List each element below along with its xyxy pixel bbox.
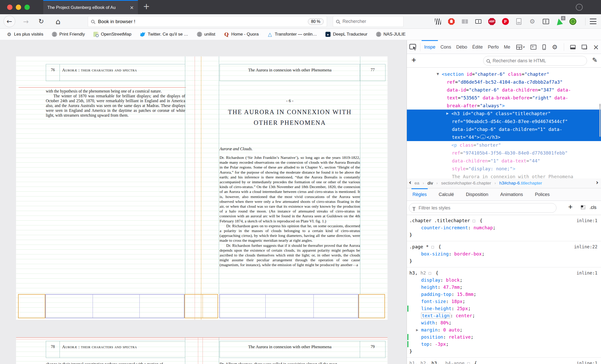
add-node-button[interactable]: + (411, 55, 416, 65)
rule-selector[interactable]: h3, h2 {inline:1 (407, 269, 601, 277)
breadcrumb-item[interactable]: ea (414, 181, 419, 186)
sidebar-extension-icon[interactable] (542, 18, 550, 25)
forward-button[interactable]: → (21, 18, 31, 25)
markup-line[interactable]: ref="974105b4-3f56-4b30-84e0-d7763801feb… (407, 149, 601, 157)
sidebar-tab-animations[interactable]: Animations (500, 188, 523, 201)
element-picker-icon[interactable] (409, 43, 418, 51)
bookmark-item[interactable]: QHome - Quora (224, 32, 259, 37)
breadcrumb-item[interactable]: section#chapter-6.chapter (441, 181, 491, 186)
breadcrumb-item[interactable]: div (427, 181, 433, 186)
pocket-extension-icon[interactable] (461, 18, 469, 25)
close-devtools-icon[interactable]: × (593, 43, 599, 51)
reload-button[interactable]: ↻ (36, 17, 46, 25)
stylesheet-link[interactable]: inline:22 (574, 243, 597, 250)
markup-line[interactable]: style="display: none;"> (407, 165, 601, 173)
markup-line[interactable]: ref="90eabdc5-d54c-46e3-87ee-e9d4674544c… (407, 117, 601, 125)
pseudo-class-icon[interactable] (581, 205, 585, 209)
breadcrumb-item[interactable]: h3#chap-6.titlechapter (499, 181, 542, 186)
highlight-rule-icon[interactable] (431, 246, 434, 249)
html-search-bar[interactable] (483, 56, 587, 66)
expand-icon[interactable]: ▶ (416, 326, 418, 333)
markup-line[interactable]: <p class="shorter" (407, 141, 601, 149)
minimize-window-icon[interactable] (16, 5, 21, 10)
markup-line[interactable]: ▼<section id="chapter-6" class="chapter" (407, 70, 601, 78)
titlebar-action-icon[interactable]: ◦ (576, 4, 583, 11)
style-filter-input[interactable] (418, 205, 553, 211)
markup-line[interactable]: data-id="chap-6" data-children="1" data- (407, 125, 601, 133)
css-declaration[interactable]: position: relative; (407, 333, 601, 341)
bookmark-item[interactable]: unilist (197, 32, 215, 37)
highlight-rule-icon[interactable] (467, 362, 470, 364)
back-button[interactable]: ← (4, 16, 15, 27)
devtools-tab-inspe[interactable]: Inspe (422, 40, 438, 54)
markup-line[interactable]: The Aurora in connexion with other Pheno… (407, 173, 601, 178)
sidebar-tab-calculé[interactable]: Calculé (439, 188, 454, 201)
bookmark-item[interactable]: Twitter. Ce qu'il se … (140, 32, 188, 37)
maximize-window-icon[interactable] (24, 5, 30, 10)
add-rule-button[interactable]: + (568, 203, 573, 211)
bookmark-item[interactable]: ⚙Les plus visités (7, 32, 43, 37)
menu-button[interactable] (590, 19, 596, 24)
highlight-rule-icon[interactable] (428, 272, 431, 275)
stylesheet-link[interactable]: inline:1 (577, 269, 597, 277)
toggle-class-button[interactable]: .cls (590, 205, 596, 210)
abp-extension-icon[interactable]: ABP (488, 18, 496, 25)
frames-icon[interactable]: ▾ (516, 45, 524, 50)
markup-line[interactable]: data-id="chapter-6" data-children="347" … (407, 86, 601, 94)
sidebar-tab-disposition[interactable]: Disposition (466, 188, 488, 201)
css-declaration[interactable]: counter-increment: numchap; (407, 224, 601, 231)
url-bar[interactable]: 80 % (88, 16, 327, 27)
edit-html-icon[interactable]: ✎ (592, 56, 597, 64)
devtools-tab-débo[interactable]: Débo (454, 40, 470, 54)
stylesheet-link[interactable]: inline:1 (577, 360, 597, 364)
css-declaration[interactable]: height: 47.7mm; (407, 284, 601, 291)
breadcrumb-scroll-right-icon[interactable]: › (596, 179, 598, 186)
markup-line[interactable]: ▶<h3 id="chap-6" class="titlechapter" (407, 110, 601, 117)
css-declaration[interactable]: text-align: center; (407, 312, 601, 319)
settings-gear-icon[interactable]: ⚙ (552, 43, 557, 51)
bookmark-item[interactable]: Print Friendly (52, 32, 85, 37)
markup-line[interactable]: text="44">…</h3> (407, 133, 601, 141)
close-window-icon[interactable] (7, 5, 12, 10)
page-extension-icon[interactable] (515, 18, 523, 25)
rule-selector[interactable]: .chapter .titlechapter {inline:1 (407, 217, 601, 224)
avast-extension-icon[interactable]: 0 (555, 18, 563, 25)
separate-window-icon[interactable] (583, 46, 587, 49)
breadcrumb-scroll-left-icon[interactable]: ‹ (409, 179, 411, 186)
reader-extension-icon[interactable] (475, 18, 482, 25)
sidebar-tab-polices[interactable]: Polices (535, 188, 550, 201)
rule-selector[interactable]: h1, h2, h3, .h4-appe {inline:1 (407, 360, 601, 364)
style-filter-bar[interactable] (409, 203, 556, 213)
turtle-extension-icon[interactable] (569, 18, 577, 25)
highlight-rule-icon[interactable] (473, 220, 475, 222)
rule-selector[interactable]: .page * {inline:22 (407, 243, 601, 250)
scrollbar-thumb[interactable] (599, 106, 600, 137)
bookmark-item[interactable]: ▸DeepL Traducteur (325, 32, 367, 37)
search-input[interactable] (342, 19, 400, 24)
zoom-level-badge[interactable]: 80 % (308, 18, 324, 25)
sidebar-tab-règles[interactable]: Règles (412, 188, 427, 201)
devtools-tab-perfo[interactable]: Perfo (485, 40, 501, 54)
pinterest-extension-icon[interactable]: P (502, 18, 509, 25)
bookmark-item[interactable]: OpenStreetMap (93, 32, 131, 37)
ellipsis-pill[interactable]: … (480, 135, 486, 139)
new-tab-button[interactable]: + (143, 2, 150, 11)
browser-tab[interactable]: The Project Gutenberg eBook of Au ✕ (43, 0, 138, 14)
library-extension-icon[interactable] (434, 18, 442, 25)
css-declaration[interactable]: font-size: 18px; (407, 298, 601, 305)
markup-line[interactable]: ref="d86de54f-bc52-4104-ac8a-c7dbbb2af7a… (407, 78, 601, 86)
twisty-icon[interactable]: ▶ (446, 110, 449, 117)
markup-line[interactable]: text="53565" data-break-before="right" d… (407, 94, 601, 102)
css-declaration[interactable]: width: 80%; (407, 319, 601, 326)
gear-extension-icon[interactable]: ⚙ (528, 18, 536, 25)
css-declaration[interactable]: ▶margin: 0 auto; (407, 326, 601, 333)
css-declaration[interactable]: line-height: 25px; (407, 305, 601, 312)
home-button[interactable]: ⌂ (52, 17, 64, 26)
devtools-tab-cons[interactable]: Cons (438, 40, 454, 54)
bookmark-item[interactable]: NAS-JULIE (376, 32, 406, 37)
markup-line[interactable]: break-after="always"> (407, 102, 601, 110)
css-declaration[interactable]: display: block; (407, 277, 601, 284)
split-console-icon[interactable] (531, 45, 536, 50)
stylesheet-link[interactable]: inline:1 (577, 217, 597, 224)
tab-close-icon[interactable]: ✕ (130, 5, 134, 10)
